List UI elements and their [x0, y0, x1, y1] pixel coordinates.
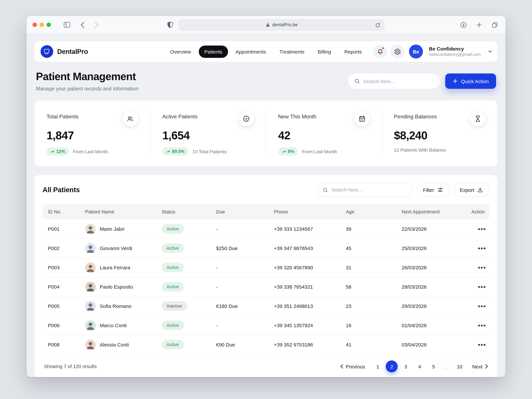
patient-due: -	[216, 265, 274, 270]
hourglass-icon	[470, 111, 485, 126]
avatar	[85, 262, 96, 273]
column-header-due: Due	[216, 209, 274, 215]
row-actions-button[interactable]: •••	[477, 282, 487, 291]
nav-item-reports[interactable]: Reports	[339, 45, 367, 58]
user-email: helloconfidency@gmail.com	[429, 52, 481, 57]
previous-page-button[interactable]: Previous	[340, 364, 365, 369]
settings-button[interactable]	[390, 44, 404, 58]
download-icon	[477, 187, 483, 193]
row-actions-button[interactable]: •••	[477, 224, 487, 234]
lock-icon	[266, 22, 270, 27]
table-search-input[interactable]	[332, 187, 407, 192]
stat-pending-balances: Pending Balances $8,240 12 Patients With…	[382, 111, 498, 156]
results-summary: Showing 7 of 120 results	[44, 364, 97, 369]
patient-name: Marco Conti	[100, 323, 127, 328]
screen: dentalPro.be	[0, 0, 532, 399]
patient-name: Alessia Conti	[100, 342, 129, 348]
patient-age: 16	[346, 323, 402, 328]
trend-value: 89.5%	[172, 149, 185, 154]
patient-due: -	[216, 226, 274, 232]
new-tab-icon[interactable]	[475, 20, 483, 29]
downloads-icon[interactable]	[459, 20, 468, 29]
stat-new-this-month: New This Month 42 8% From Last Month	[266, 111, 382, 156]
next-label: Next	[472, 364, 482, 369]
user-name: Be Confidency	[429, 46, 481, 52]
status-badge: Active	[162, 321, 184, 330]
page-button-2[interactable]: 2	[386, 361, 398, 372]
nav-item-patients[interactable]: Patients	[199, 45, 228, 58]
stat-label: Total Patients	[47, 111, 78, 120]
column-header-next-appointment: Next Appointment	[402, 209, 465, 215]
privacy-shield-icon[interactable]	[167, 21, 173, 28]
patient-id: P002	[43, 245, 85, 251]
tab-overview-icon[interactable]	[490, 20, 500, 29]
close-window-button[interactable]	[32, 23, 37, 27]
row-actions-button[interactable]: •••	[477, 321, 487, 330]
notifications-button[interactable]	[373, 44, 387, 58]
row-actions-button[interactable]: •••	[477, 301, 487, 311]
table-row: P001 Marin Jabri Active - +39 333 123456…	[43, 219, 489, 239]
patient-next-appointment: 01/04/2026	[402, 323, 465, 328]
filter-label: Filter	[423, 187, 434, 193]
export-button[interactable]: Export	[453, 183, 489, 197]
page-button-1[interactable]: 1	[372, 361, 384, 372]
brand-name: DentalPro	[57, 48, 88, 55]
user-avatar[interactable]: Be	[409, 44, 423, 58]
user-menu-chevron-down-icon[interactable]	[488, 49, 493, 54]
trend-badge: 8%	[278, 147, 298, 156]
stat-value: 1,654	[162, 129, 254, 142]
patients-icon	[123, 111, 138, 126]
row-actions-button[interactable]: •••	[477, 263, 487, 272]
back-button[interactable]	[79, 20, 86, 29]
patient-next-appointment: 22/03/2026	[402, 226, 465, 232]
avatar	[85, 281, 96, 292]
stat-label: Active Patients	[162, 111, 198, 120]
stat-value: 1,847	[47, 129, 138, 142]
next-page-button[interactable]: Next	[472, 364, 488, 369]
patients-card: All Patients Filter	[35, 175, 497, 377]
minimize-window-button[interactable]	[40, 23, 44, 27]
patient-phone: +39 351 2468013	[274, 303, 346, 309]
patient-id: P008	[43, 342, 85, 348]
stat-note: 12 Patients With Balance	[394, 147, 446, 153]
nav-item-overview[interactable]: Overview	[165, 45, 197, 58]
patient-due: -	[216, 323, 274, 328]
quick-action-button[interactable]: Quick Action	[445, 74, 496, 89]
stat-note: From Last Month	[302, 149, 337, 154]
nav-item-appointments[interactable]: Appointments	[230, 45, 272, 58]
page-button-4[interactable]: 4	[414, 361, 426, 372]
row-actions-button[interactable]: •••	[477, 243, 487, 253]
page-button-3[interactable]: 3	[400, 361, 412, 372]
window-controls	[32, 23, 51, 27]
status-badge: Active	[162, 340, 184, 349]
patient-due: -	[216, 284, 274, 290]
nav-item-billing[interactable]: Billing	[312, 45, 337, 58]
stat-label: Pending Balances	[394, 111, 437, 120]
row-actions-button[interactable]: •••	[477, 340, 487, 349]
nav-item-treatments[interactable]: Treatments	[274, 45, 310, 58]
search-icon	[323, 187, 328, 193]
column-header-action: Action	[465, 209, 489, 215]
page-subtitle: Manage your patient records and informat…	[36, 86, 139, 92]
patient-next-appointment: 26/03/2026	[402, 265, 465, 270]
filter-button[interactable]: Filter	[417, 183, 450, 197]
page-button-10[interactable]: 10	[454, 361, 466, 372]
global-search	[348, 74, 440, 89]
arrow-up-right-icon	[166, 149, 170, 153]
global-search-input[interactable]	[363, 78, 434, 84]
patient-name: Laura Ferrara	[100, 265, 130, 270]
zoom-window-button[interactable]	[47, 23, 51, 27]
brand[interactable]: DentalPro	[41, 45, 88, 58]
patient-name: Paolo Esposito	[100, 284, 133, 290]
refresh-icon[interactable]	[374, 21, 382, 29]
patient-phone: +39 352 9753186	[274, 342, 346, 348]
page-button-5[interactable]: 5	[428, 361, 440, 372]
address-bar[interactable]: dentalPro.be	[178, 19, 385, 31]
patient-id: P004	[43, 284, 85, 290]
patient-next-appointment: 29/03/2026	[402, 303, 465, 309]
stat-value: $8,240	[394, 129, 486, 142]
calendar-icon	[355, 111, 370, 126]
sidebar-toggle-icon[interactable]	[62, 20, 72, 29]
browser-window: dentalPro.be	[27, 16, 505, 377]
forward-button[interactable]	[93, 20, 100, 29]
